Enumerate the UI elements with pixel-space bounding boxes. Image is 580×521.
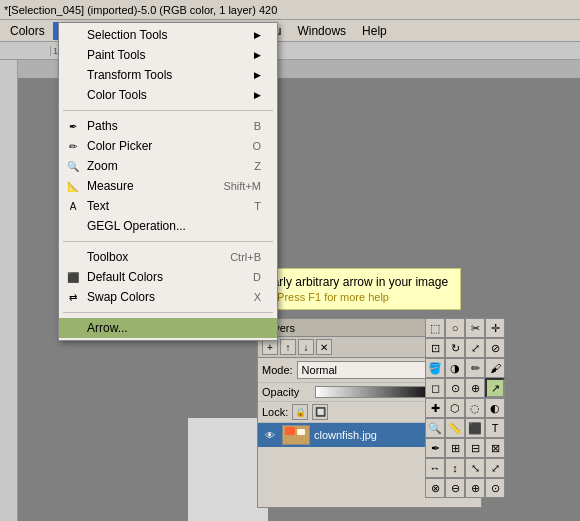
tool-extra9[interactable]: ⊖ [445, 478, 465, 498]
tool-row-9: ⊗ ⊖ ⊕ ⊙ [425, 478, 505, 498]
vertical-ruler [0, 60, 18, 521]
canvas-white-area [188, 418, 268, 521]
tool-extra3[interactable]: ⊠ [485, 438, 505, 458]
tool-row-3: 🪣 ◑ ✏ 🖌 [425, 358, 505, 378]
tool-extra11[interactable]: ⊙ [485, 478, 505, 498]
tool-extra10[interactable]: ⊕ [465, 478, 485, 498]
tool-row-6: 🔍 📏 ⬛ T [425, 418, 505, 438]
tool-shear[interactable]: ⊘ [485, 338, 505, 358]
menu-help[interactable]: Help [354, 22, 395, 40]
lock-pixels-btn[interactable]: 🔒 [292, 404, 308, 420]
menu-item-default-colors[interactable]: ⬛ Default Colors D [59, 267, 277, 287]
tool-extra8[interactable]: ⊗ [425, 478, 445, 498]
menu-item-arrow[interactable]: Arrow... [59, 318, 277, 338]
tool-row-8: ↔ ↕ ⤡ ⤢ [425, 458, 505, 478]
tool-perspective-clone[interactable]: ⬡ [445, 398, 465, 418]
zoom-icon: 🔍 [65, 158, 81, 174]
opacity-label: Opacity [262, 386, 312, 398]
tool-selection-free[interactable]: ✂ [465, 318, 485, 338]
paths-icon: ✒ [65, 118, 81, 134]
tool-measure-r[interactable]: 📏 [445, 418, 465, 438]
titlebar: *[Selection_045] (imported)-5.0 (RGB col… [0, 0, 580, 20]
tool-row-1: ⬚ ○ ✂ ✛ [425, 318, 505, 338]
separator-2 [63, 241, 273, 242]
menu-item-toolbox[interactable]: Toolbox Ctrl+B [59, 247, 277, 267]
mode-label: Mode: [262, 364, 293, 376]
new-layer-btn[interactable]: + [262, 339, 278, 355]
menu-section-2: ✒ Paths B ✏ Color Picker O 🔍 Zoom Z 📐 Me… [59, 114, 277, 238]
tool-move[interactable]: ✛ [485, 318, 505, 338]
menu-item-color-picker[interactable]: ✏ Color Picker O [59, 136, 277, 156]
menu-item-zoom[interactable]: 🔍 Zoom Z [59, 156, 277, 176]
menu-item-measure[interactable]: 📐 Measure Shift+M [59, 176, 277, 196]
tool-eraser[interactable]: ◻ [425, 378, 445, 398]
raise-layer-btn[interactable]: ↑ [280, 339, 296, 355]
menu-section-3: Toolbox Ctrl+B ⬛ Default Colors D ⇄ Swap… [59, 245, 277, 309]
tool-blend[interactable]: ◑ [445, 358, 465, 378]
tool-extra1[interactable]: ⊞ [445, 438, 465, 458]
menu-item-transform-tools[interactable]: Transform Tools [59, 65, 277, 85]
tool-extra6[interactable]: ⤡ [465, 458, 485, 478]
menu-section-1: Selection Tools Paint Tools Transform To… [59, 23, 277, 107]
tool-rotate[interactable]: ↻ [445, 338, 465, 358]
menu-item-text[interactable]: A Text T [59, 196, 277, 216]
tool-color-picker-r[interactable]: ⬛ [465, 418, 485, 438]
tool-blur[interactable]: ◌ [465, 398, 485, 418]
lock-alpha-btn[interactable]: 🔲 [312, 404, 328, 420]
layer-thumb-svg [283, 425, 309, 445]
lock-label: Lock: [262, 406, 288, 418]
tool-row-4: ◻ ⊙ ⊕ ↗ [425, 378, 505, 398]
tool-arrow[interactable]: ↗ [485, 378, 505, 398]
tool-paths-r[interactable]: ✒ [425, 438, 445, 458]
tool-pencil[interactable]: ✏ [465, 358, 485, 378]
measure-icon: 📐 [65, 178, 81, 194]
toolbox-right-panel: ⬚ ○ ✂ ✛ ⊡ ↻ ⤢ ⊘ 🪣 ◑ ✏ 🖌 ◻ ⊙ ⊕ ↗ ✚ ⬡ ◌ ◐ … [425, 318, 505, 508]
menu-item-paint-tools[interactable]: Paint Tools [59, 45, 277, 65]
title-text: *[Selection_045] (imported)-5.0 (RGB col… [4, 4, 277, 16]
menu-windows[interactable]: Windows [289, 22, 354, 40]
tool-heal[interactable]: ✚ [425, 398, 445, 418]
menu-colors[interactable]: Colors [2, 22, 53, 40]
svg-rect-2 [285, 427, 295, 435]
tool-selection-ellipse[interactable]: ○ [445, 318, 465, 338]
tool-extra7[interactable]: ⤢ [485, 458, 505, 478]
menu-section-4: Arrow... [59, 316, 277, 340]
text-tool-icon: A [65, 198, 81, 214]
tool-paint-bucket[interactable]: 🪣 [425, 358, 445, 378]
layer-thumbnail [282, 425, 310, 445]
opacity-bar[interactable] [315, 386, 439, 398]
tool-paintbrush[interactable]: 🖌 [485, 358, 505, 378]
separator-3 [63, 312, 273, 313]
menu-item-gegl[interactable]: GEGL Operation... [59, 216, 277, 236]
gegl-icon [65, 218, 81, 234]
tool-dodge[interactable]: ◐ [485, 398, 505, 418]
tool-crop[interactable]: ⊡ [425, 338, 445, 358]
layer-visibility-toggle[interactable]: 👁 [262, 427, 278, 443]
tool-scale[interactable]: ⤢ [465, 338, 485, 358]
tool-extra5[interactable]: ↕ [445, 458, 465, 478]
tool-row-2: ⊡ ↻ ⤢ ⊘ [425, 338, 505, 358]
tool-airbrush[interactable]: ⊙ [445, 378, 465, 398]
tool-extra2[interactable]: ⊟ [465, 438, 485, 458]
tool-clone[interactable]: ⊕ [465, 378, 485, 398]
svg-rect-3 [297, 429, 305, 435]
tool-row-7: ✒ ⊞ ⊟ ⊠ [425, 438, 505, 458]
tool-text-r[interactable]: T [485, 418, 505, 438]
tool-extra4[interactable]: ↔ [425, 458, 445, 478]
menu-item-selection-tools[interactable]: Selection Tools [59, 25, 277, 45]
menu-item-paths[interactable]: ✒ Paths B [59, 116, 277, 136]
color-picker-icon: ✏ [65, 138, 81, 154]
menu-item-swap-colors[interactable]: ⇄ Swap Colors X [59, 287, 277, 307]
menu-item-color-tools[interactable]: Color Tools [59, 85, 277, 105]
swap-colors-icon: ⇄ [65, 289, 81, 305]
lower-layer-btn[interactable]: ↓ [298, 339, 314, 355]
tool-zoom-r[interactable]: 🔍 [425, 418, 445, 438]
delete-layer-btn[interactable]: ✕ [316, 339, 332, 355]
tool-selection-rect[interactable]: ⬚ [425, 318, 445, 338]
separator-1 [63, 110, 273, 111]
tool-row-5: ✚ ⬡ ◌ ◐ [425, 398, 505, 418]
default-colors-icon: ⬛ [65, 269, 81, 285]
tools-dropdown-menu: Selection Tools Paint Tools Transform To… [58, 22, 278, 341]
